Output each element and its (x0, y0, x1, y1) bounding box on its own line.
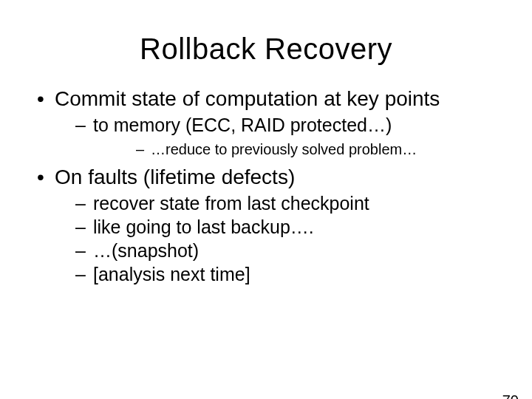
sub-bullet-item: to memory (ECC, RAID protected…) …reduce… (55, 114, 498, 159)
sub-bullet-text: to memory (ECC, RAID protected…) (93, 115, 392, 135)
sub-bullet-item: recover state from last checkpoint (55, 192, 498, 214)
bullet-item: On faults (lifetime defects) recover sta… (34, 165, 498, 285)
subsub-bullet-item: …reduce to previously solved problem… (93, 140, 498, 159)
subsub-bullet-text: …reduce to previously solved problem… (151, 141, 417, 157)
sub-bullet-list: to memory (ECC, RAID protected…) …reduce… (55, 114, 498, 159)
sub-bullet-item: …(snapshot) (55, 239, 498, 262)
slide-title: Rollback Recovery (0, 33, 532, 66)
sub-bullet-text: [analysis next time] (93, 264, 250, 284)
bullet-list: Commit state of computation at key point… (34, 86, 498, 285)
slide: Rollback Recovery Commit state of comput… (0, 33, 532, 399)
sub-bullet-list: recover state from last checkpoint like … (55, 192, 498, 285)
sub-bullet-item: [analysis next time] (55, 263, 498, 285)
bullet-text: Commit state of computation at key point… (55, 87, 440, 110)
sub-bullet-item: like going to last backup…. (55, 216, 498, 238)
sub-bullet-text: like going to last backup…. (93, 216, 314, 237)
bullet-text: On faults (lifetime defects) (55, 166, 295, 188)
sub-bullet-text: recover state from last checkpoint (93, 193, 369, 214)
page-number: 70 (502, 392, 519, 399)
bullet-item: Commit state of computation at key point… (34, 86, 498, 159)
subsub-bullet-list: …reduce to previously solved problem… (93, 140, 498, 159)
sub-bullet-text: …(snapshot) (93, 240, 199, 261)
slide-body: Commit state of computation at key point… (0, 86, 532, 285)
